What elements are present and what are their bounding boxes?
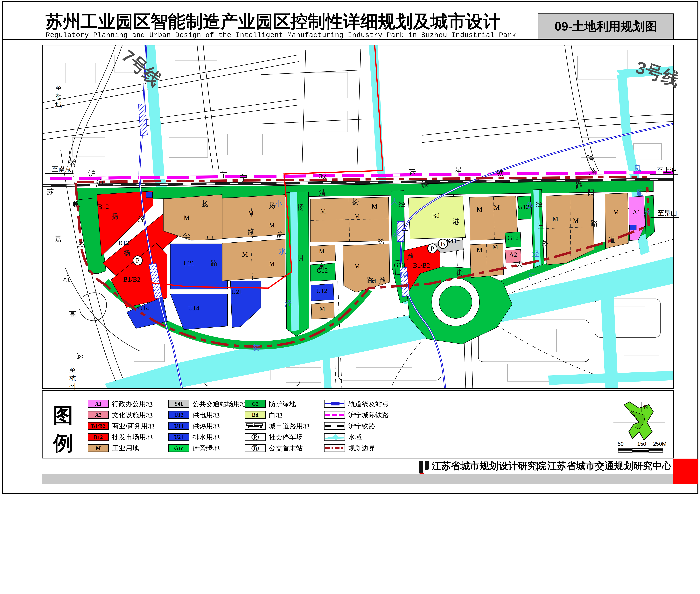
- road-name-char: 绣: [378, 237, 385, 245]
- legend-label: 工业用地: [112, 444, 139, 452]
- legend-label: 公交首末站: [269, 444, 303, 452]
- road-name-char: 豪: [277, 231, 284, 238]
- road-name-char: 华: [183, 232, 190, 240]
- railway-name-char: 宁: [240, 174, 247, 182]
- road-name-char: 扬: [112, 212, 119, 220]
- legend-label: 社会停车场: [269, 433, 303, 441]
- railway-name-char: 沪: [96, 179, 103, 188]
- legend-code: B: [253, 445, 257, 451]
- legend-item: Bd白地: [245, 411, 282, 419]
- legend-item: A1行政办公用地: [88, 400, 153, 407]
- legend-item: A2文化设施用地: [88, 411, 153, 419]
- legend-label: 白地: [269, 411, 283, 419]
- symbol-letter: B: [441, 240, 445, 248]
- legend-item: 水域: [324, 433, 362, 441]
- legend-label: 供热用地: [192, 422, 220, 430]
- zone-code-label: M: [319, 248, 325, 255]
- zone-code-label: M: [573, 217, 579, 224]
- railway-name-char: 宁: [220, 170, 227, 179]
- zone-code-label: G12: [394, 261, 405, 269]
- river-name-char: 泾: [400, 271, 407, 279]
- river-name-char: 水: [279, 247, 286, 256]
- zone-code-label: U14: [138, 304, 149, 312]
- road-name-char: 星: [455, 166, 462, 174]
- road-name-char: 二: [402, 224, 409, 232]
- legend-label: 排水用地: [192, 433, 220, 441]
- legend-label: 沪宁铁路: [348, 422, 375, 430]
- road-name-char: 跨: [586, 154, 594, 162]
- road-name-char: 路: [591, 220, 598, 227]
- legend-item: 城市道路用地: [245, 422, 310, 430]
- zone-code-label: B12: [118, 239, 129, 246]
- legend-item: U12供电用地: [168, 411, 220, 419]
- destination-label: 至: [55, 84, 62, 91]
- zone-code-label: B1/B2: [413, 262, 430, 269]
- legend-code: U14: [174, 423, 183, 429]
- zone-code-label: A2: [509, 251, 517, 258]
- legend-code: M: [96, 445, 101, 451]
- railway-name-char: 铁: [496, 169, 504, 177]
- destination-label: 至南京: [52, 166, 71, 173]
- legend-item: B12批发市场用地: [88, 433, 153, 441]
- road-name-char: 扬: [69, 158, 76, 166]
- destination-label: 至昆山: [658, 209, 677, 217]
- river-name-char: 江: [529, 272, 536, 280]
- zone-code-label: M: [319, 305, 325, 312]
- zone-code-label: G12: [508, 234, 519, 241]
- legend-item: 沪宁铁路: [324, 422, 375, 430]
- legend-item: 沪宁城际铁路: [324, 411, 389, 419]
- river-name-char: 娄: [252, 343, 260, 352]
- legend-label: 批发市场用地: [112, 433, 153, 441]
- river-name-char: 小: [275, 200, 282, 208]
- zone-code-label: M: [269, 222, 275, 229]
- legend-item: S41公共交通站场用地: [168, 400, 247, 407]
- legend-code: G1c: [174, 445, 183, 451]
- road-name-char: 中: [207, 234, 214, 241]
- legend-code: P: [254, 434, 257, 440]
- zone-code-label: M: [354, 262, 360, 270]
- legend-item: M工业用地: [88, 444, 139, 452]
- road-name-char: 扬: [202, 200, 209, 207]
- legend-item: 轨道线及站点: [324, 400, 389, 407]
- legend-code: U12: [174, 412, 183, 418]
- zone-code-label: M: [184, 214, 190, 221]
- river-name-char: 凰: [636, 189, 644, 197]
- legend-code: S41: [174, 401, 183, 407]
- road-name-char: 路: [379, 276, 386, 285]
- legend-label: 供电用地: [192, 411, 220, 419]
- legend-item: U21排水用地: [168, 433, 220, 441]
- legend-label: 防护绿地: [269, 400, 296, 407]
- road-name-char: 嘉: [55, 234, 62, 242]
- zone-code-label: U12: [316, 287, 327, 294]
- parcel-u21-1: [170, 244, 227, 289]
- road-name-char: 富: [318, 263, 325, 270]
- legend-label: 商业/商务用地: [112, 422, 154, 430]
- road-name-char: 经: [138, 215, 145, 223]
- zone-code-label: M: [354, 212, 360, 220]
- footer-org-2: 江苏省城市交通规划研究中心: [547, 460, 672, 471]
- scale-tick-label: 250M: [653, 441, 667, 447]
- river-name-char: 泾: [532, 250, 539, 258]
- road-name-char: 扬: [124, 249, 131, 257]
- zone-code-label: U14: [188, 304, 199, 312]
- road-name-char: 经: [536, 200, 543, 208]
- zone-code-label: M: [552, 215, 558, 222]
- zone-code-label: M: [477, 206, 482, 213]
- legend-item: P社会停车场: [245, 433, 303, 441]
- river-name-char: 凤: [634, 164, 641, 173]
- railway-name-char: 沪: [88, 169, 96, 178]
- legend-item: 规划边界: [324, 444, 375, 452]
- legend-label: 沪宁城际铁路: [348, 411, 389, 419]
- legend-label: 规划边界: [348, 444, 375, 452]
- river-name-char: 泾: [644, 208, 651, 216]
- legend-code: B1/B2: [91, 423, 105, 429]
- legend-item: G2防护绿地: [245, 400, 296, 407]
- symbol-letter: P: [136, 257, 139, 264]
- road-name-char: 路: [407, 253, 414, 261]
- road-name-char: 速: [77, 352, 84, 360]
- symbol-letter: P: [431, 245, 434, 252]
- zone-code-label: Bd: [432, 212, 440, 219]
- road-name-char: 苏: [47, 188, 54, 196]
- legend-heading-2: 例: [53, 432, 73, 454]
- legend-code: G2: [252, 401, 259, 407]
